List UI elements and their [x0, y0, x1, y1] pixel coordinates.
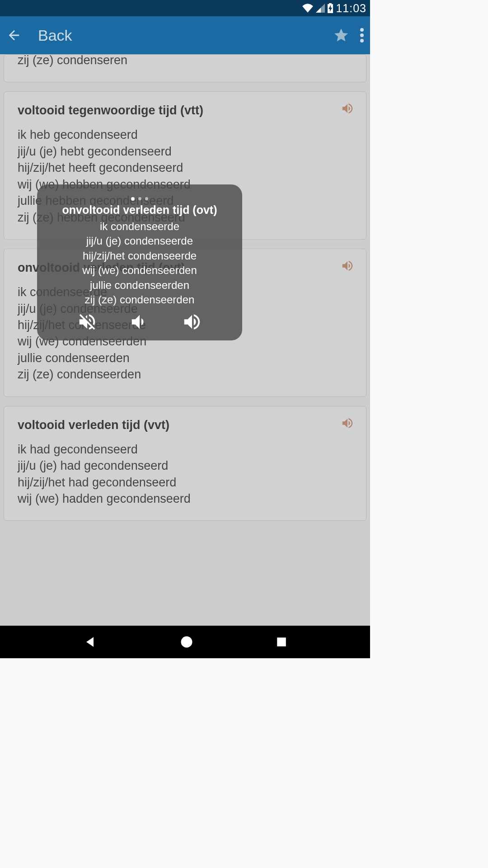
audio-controls	[45, 311, 234, 332]
dot-active	[131, 197, 135, 201]
svg-rect-4	[277, 637, 286, 646]
svg-point-0	[360, 28, 364, 32]
clock-text: 11:03	[336, 2, 366, 15]
audio-popup: onvoltooid verleden tijd (ovt) ik conden…	[37, 184, 242, 340]
volume-high-icon[interactable]	[182, 311, 202, 332]
dot	[145, 197, 148, 200]
nav-home-icon[interactable]	[180, 635, 193, 649]
popup-title: onvoltooid verleden tijd (ovt)	[45, 203, 234, 217]
status-bar: 11:03	[0, 0, 370, 16]
nav-back-icon[interactable]	[83, 635, 97, 649]
mute-icon[interactable]	[77, 311, 98, 332]
svg-point-1	[360, 33, 364, 37]
navigation-bar	[0, 626, 370, 658]
back-arrow-icon[interactable]	[6, 28, 22, 43]
wifi-icon	[302, 4, 314, 13]
popup-line: zij (ze) condenseerden	[45, 292, 234, 307]
popup-line: jij/u (je) condenseerde	[45, 234, 234, 248]
popup-line: jullie condenseerden	[45, 278, 234, 292]
volume-low-icon[interactable]	[129, 311, 150, 332]
svg-point-2	[360, 39, 364, 42]
popup-line: ik condenseerde	[45, 219, 234, 234]
favorite-icon[interactable]	[333, 27, 349, 43]
app-bar: Back	[0, 16, 370, 54]
dot	[138, 197, 141, 200]
svg-point-3	[181, 637, 192, 648]
appbar-actions	[333, 27, 364, 43]
popup-line: hij/zij/het condenseerde	[45, 249, 234, 263]
page-indicator	[45, 197, 234, 201]
popup-line: wij (we) condenseerden	[45, 263, 234, 278]
more-options-icon[interactable]	[360, 28, 364, 43]
page-title: Back	[38, 27, 333, 44]
battery-charging-icon	[327, 3, 333, 13]
nav-recent-icon[interactable]	[276, 636, 287, 648]
cellular-icon	[316, 4, 325, 13]
